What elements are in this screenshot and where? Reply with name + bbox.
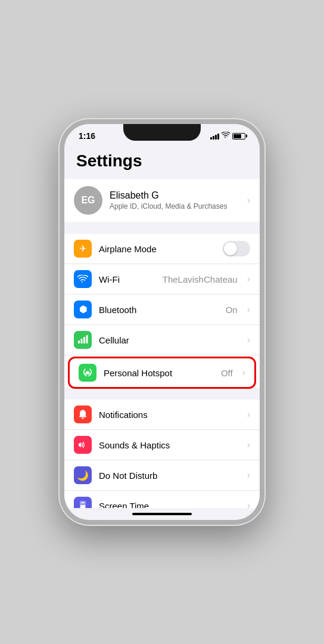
- dnd-icon: 🌙: [74, 466, 92, 484]
- personal-hotspot-chevron: ›: [242, 367, 245, 378]
- status-time: 1:16: [79, 131, 95, 141]
- svg-rect-3: [86, 335, 88, 343]
- battery-icon: [232, 133, 245, 140]
- wifi-icon: [222, 132, 230, 140]
- personal-hotspot-highlight-wrap: Personal Hotspot Off ›: [69, 358, 255, 388]
- notifications-label: Notifications: [99, 410, 240, 420]
- svg-rect-0: [78, 340, 80, 343]
- settings-row-dnd[interactable]: 🌙 Do Not Disturb ›: [64, 460, 260, 491]
- notifications-group: Notifications › Sounds & Haptics ›: [64, 400, 260, 508]
- settings-row-wifi[interactable]: Wi-Fi TheLavishChateau ›: [64, 264, 260, 295]
- svg-rect-7: [80, 505, 85, 508]
- screen-time-chevron: ›: [247, 500, 250, 508]
- airplane-mode-icon: ✈: [74, 240, 92, 258]
- svg-rect-2: [83, 337, 85, 343]
- settings-row-screen-time[interactable]: Screen Time ›: [64, 491, 260, 508]
- dnd-label: Do Not Disturb: [99, 470, 240, 481]
- wifi-value: TheLavishChateau: [163, 274, 238, 284]
- home-indicator: [64, 508, 260, 520]
- screen-time-icon: [74, 497, 92, 508]
- svg-marker-5: [79, 442, 81, 447]
- wifi-chevron: ›: [247, 274, 250, 284]
- personal-hotspot-value: Off: [221, 368, 233, 378]
- bluetooth-label: Bluetooth: [99, 305, 219, 315]
- page-title: Settings: [64, 145, 260, 179]
- sounds-icon: [74, 436, 92, 454]
- bluetooth-icon: ⬢: [74, 301, 92, 318]
- profile-name: Elisabeth G: [110, 190, 240, 201]
- profile-chevron: ›: [247, 195, 250, 206]
- svg-rect-1: [81, 339, 83, 343]
- svg-rect-8: [82, 502, 85, 503]
- phone-frame: 1:16: [60, 119, 264, 525]
- notifications-icon: [74, 405, 92, 423]
- cellular-icon: [74, 331, 92, 349]
- settings-row-notifications[interactable]: Notifications ›: [64, 400, 260, 430]
- settings-row-bluetooth[interactable]: ⬢ Bluetooth On ›: [64, 295, 260, 325]
- cellular-chevron: ›: [247, 335, 250, 345]
- settings-row-personal-hotspot[interactable]: Personal Hotspot Off ›: [69, 358, 255, 388]
- wifi-setting-icon: [74, 270, 92, 288]
- personal-hotspot-icon: [79, 364, 96, 382]
- screen-time-label: Screen Time: [99, 501, 240, 509]
- profile-row[interactable]: EG Elisabeth G Apple ID, iCloud, Media &…: [64, 179, 260, 222]
- bluetooth-chevron: ›: [247, 304, 250, 315]
- phone-inner: 1:16: [64, 124, 260, 520]
- bar4: [217, 134, 219, 140]
- profile-subtitle: Apple ID, iCloud, Media & Purchases: [110, 202, 240, 210]
- airplane-mode-toggle[interactable]: [223, 241, 250, 256]
- toggle-thumb: [224, 242, 237, 255]
- cellular-label: Cellular: [99, 335, 230, 345]
- home-bar: [132, 513, 192, 515]
- signal-bars-icon: [210, 132, 219, 140]
- bar2: [213, 136, 214, 140]
- bar1: [210, 137, 212, 140]
- connectivity-group: ✈ Airplane Mode: [64, 234, 260, 388]
- settings-content[interactable]: Settings EG Elisabeth G Apple ID, iCloud…: [64, 145, 260, 508]
- status-bar: 1:16: [64, 124, 260, 145]
- battery-fill: [233, 134, 241, 138]
- settings-row-cellular[interactable]: Cellular ›: [64, 325, 260, 355]
- settings-row-airplane-mode[interactable]: ✈ Airplane Mode: [64, 234, 260, 264]
- profile-group: EG Elisabeth G Apple ID, iCloud, Media &…: [64, 179, 260, 222]
- bluetooth-value: On: [226, 305, 238, 315]
- airplane-mode-label: Airplane Mode: [99, 244, 216, 254]
- personal-hotspot-label: Personal Hotspot: [104, 368, 214, 378]
- bar3: [215, 135, 217, 140]
- notifications-chevron: ›: [247, 409, 250, 420]
- avatar: EG: [74, 186, 102, 215]
- dnd-chevron: ›: [247, 470, 250, 481]
- settings-row-sounds[interactable]: Sounds & Haptics ›: [64, 430, 260, 460]
- wifi-label: Wi-Fi: [99, 274, 155, 284]
- status-icons: [210, 132, 245, 140]
- sounds-label: Sounds & Haptics: [99, 440, 240, 450]
- profile-info: Elisabeth G Apple ID, iCloud, Media & Pu…: [110, 190, 240, 210]
- sounds-chevron: ›: [247, 439, 250, 450]
